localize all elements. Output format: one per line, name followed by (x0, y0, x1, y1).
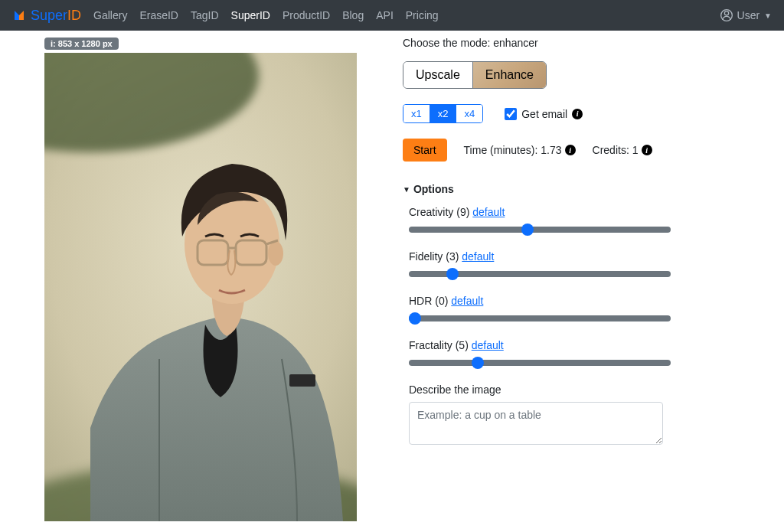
mode-upscale-button[interactable]: Upscale (403, 62, 473, 88)
slider-creativity: Creativity (9) default (403, 206, 671, 235)
scale-x2-button[interactable]: x2 (430, 105, 456, 122)
slider-fidelity: Fidelity (3) default (403, 250, 671, 279)
slider-hdr: HDR (0) default (403, 295, 671, 324)
image-dimensions-badge: i: 853 x 1280 px (44, 38, 119, 50)
scale-x1-button[interactable]: x1 (403, 105, 430, 122)
nav-pricing[interactable]: Pricing (406, 9, 439, 21)
slider-name: Fidelity (3) (409, 250, 459, 263)
start-button[interactable]: Start (403, 139, 447, 162)
caret-down-icon: ▼ (403, 185, 410, 194)
user-label: User (737, 9, 760, 21)
brand-logo-icon (12, 8, 26, 22)
chevron-down-icon: ▼ (764, 11, 772, 20)
slider-default-link[interactable]: default (462, 250, 494, 263)
options-toggle[interactable]: ▼ Options (403, 183, 671, 195)
describe-label: Describe the image (403, 383, 671, 396)
nav-eraseid[interactable]: EraseID (139, 9, 178, 21)
nav-blog[interactable]: Blog (342, 9, 364, 21)
slider-default-link[interactable]: default (472, 206, 505, 218)
slider-creativity-input[interactable] (409, 227, 671, 233)
slider-default-link[interactable]: default (472, 339, 504, 351)
mode-enhance-button[interactable]: Enhance (473, 62, 546, 88)
brand-logo-group[interactable]: SuperID (12, 8, 81, 24)
time-stat: Time (minutes): 1.73 i (464, 144, 576, 156)
nav-tagid[interactable]: TagID (191, 9, 219, 21)
nav-api[interactable]: API (376, 9, 394, 21)
nav-superid[interactable]: SuperID (231, 9, 270, 21)
nav-gallery[interactable]: Gallery (93, 9, 127, 21)
info-icon[interactable]: i (642, 145, 652, 155)
get-email-checkbox[interactable] (505, 108, 517, 120)
svg-point-0 (724, 11, 728, 15)
svg-point-6 (268, 241, 283, 266)
slider-name: Creativity (9) (409, 206, 469, 218)
info-icon[interactable]: i (565, 145, 576, 155)
mode-label: Choose the mode: enhancer (403, 37, 671, 49)
credits-stat: Credits: 1 i (593, 144, 652, 156)
options-header-label: Options (413, 183, 454, 195)
mode-toggle: Upscale Enhance (403, 61, 547, 89)
slider-fractality-input[interactable] (409, 360, 671, 366)
image-preview[interactable] (44, 53, 357, 521)
nav-productid[interactable]: ProductID (283, 9, 330, 21)
user-icon (720, 9, 733, 21)
get-email-row[interactable]: Get email i (505, 108, 583, 120)
slider-hdr-input[interactable] (409, 315, 671, 321)
top-navbar: SuperID Gallery EraseID TagID SuperID Pr… (0, 0, 784, 31)
scale-x4-button[interactable]: x4 (456, 105, 482, 122)
brand-text: SuperID (31, 8, 81, 24)
svg-rect-9 (289, 374, 315, 387)
get-email-label: Get email (521, 108, 567, 120)
info-icon[interactable]: i (572, 109, 583, 119)
slider-name: Fractality (5) (409, 339, 469, 351)
slider-fidelity-input[interactable] (409, 271, 671, 277)
describe-textarea[interactable] (409, 402, 663, 445)
nav-links: Gallery EraseID TagID SuperID ProductID … (93, 9, 439, 21)
user-menu[interactable]: User ▼ (720, 9, 772, 21)
scale-group: x1 x2 x4 (403, 104, 483, 123)
slider-default-link[interactable]: default (451, 295, 483, 307)
slider-fractality: Fractality (5) default (403, 339, 671, 368)
slider-name: HDR (0) (409, 295, 448, 307)
